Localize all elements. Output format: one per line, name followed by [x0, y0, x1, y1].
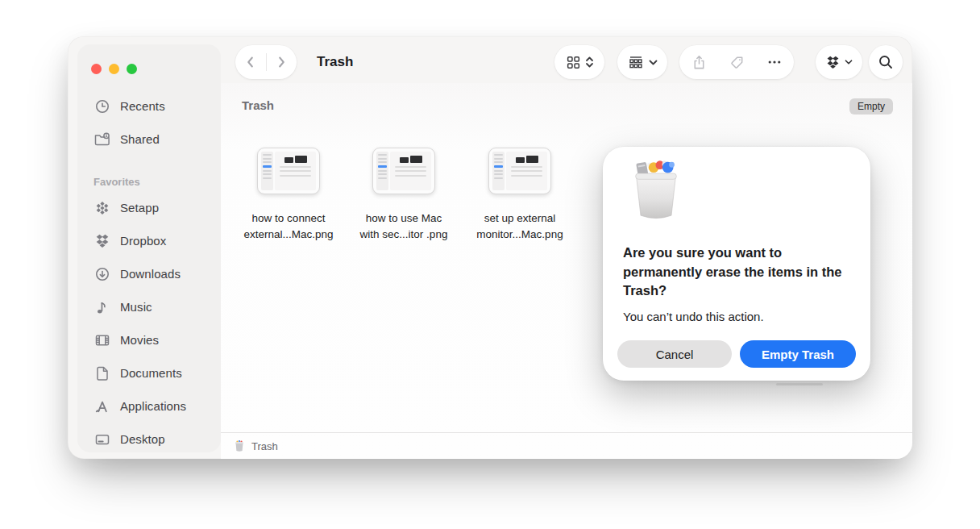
- share-icon: [691, 54, 707, 71]
- back-button[interactable]: [236, 45, 266, 79]
- cancel-button[interactable]: Cancel: [617, 340, 732, 368]
- file-name-line: how to use Mac: [366, 212, 442, 224]
- file-thumbnail: [372, 148, 435, 194]
- file-name: set up external monitor...Mac.png: [476, 210, 563, 243]
- sidebar-item-desktop[interactable]: Desktop: [77, 423, 221, 456]
- window-controls: [91, 64, 137, 74]
- movies-icon: [93, 331, 111, 349]
- search-button[interactable]: [869, 45, 903, 79]
- sidebar-item-documents[interactable]: Documents: [77, 356, 221, 389]
- more-button[interactable]: [756, 54, 794, 70]
- sidebar-item-label: Music: [120, 300, 152, 314]
- section-label: Favorites: [93, 176, 140, 188]
- sidebar-item-label: Movies: [120, 333, 159, 347]
- sidebar-item-label: Setapp: [120, 201, 159, 215]
- sidebar-item-applications[interactable]: Applications: [77, 389, 221, 423]
- clock-icon: [93, 98, 111, 115]
- dialog-title: Are you sure you want to permanently era…: [623, 244, 842, 301]
- dropbox-icon: [825, 55, 841, 70]
- action-buttons: [679, 45, 794, 79]
- downloads-icon: [93, 265, 111, 283]
- chevron-down-icon: [845, 59, 853, 65]
- back-icon: [242, 53, 260, 71]
- file-item[interactable]: set up external monitor...Mac.png: [463, 148, 577, 243]
- sidebar-item-dropbox[interactable]: Dropbox: [77, 224, 221, 257]
- setapp-icon: [93, 199, 111, 217]
- empty-trash-dialog: Are you sure you want to permanently era…: [603, 147, 870, 381]
- path-item-trash[interactable]: Trash: [251, 440, 278, 452]
- full-trash-icon: [621, 156, 691, 223]
- group-by-button[interactable]: [617, 45, 667, 79]
- tag-icon: [729, 55, 745, 70]
- dialog-message: You can’t undo this action.: [623, 310, 852, 323]
- tag-button[interactable]: [718, 55, 756, 70]
- sidebar-section-favorites: Favorites: [77, 167, 221, 191]
- file-thumbnail: [488, 148, 551, 194]
- content-title: Trash: [242, 98, 274, 112]
- sidebar-item-label: Shared: [120, 132, 160, 146]
- share-button[interactable]: [680, 54, 718, 71]
- desktop-icon: [93, 431, 111, 448]
- file-item[interactable]: how to use Mac with sec...itor .png: [347, 148, 461, 243]
- file-name: how to use Mac with sec...itor .png: [360, 210, 448, 243]
- finder-window: Recents Shared Favorites: [68, 36, 912, 459]
- path-bar: Trash: [221, 432, 912, 459]
- nav-buttons: [235, 45, 297, 79]
- sidebar-item-label: Documents: [120, 366, 182, 380]
- desktop-background: Recents Shared Favorites: [0, 0, 980, 529]
- dropbox-icon: [93, 232, 111, 250]
- chevron-up-down-icon: [585, 56, 594, 69]
- view-grid-icon: [566, 55, 581, 70]
- file-name-line: with sec...itor .png: [360, 228, 448, 240]
- sidebar-item-label: Downloads: [120, 267, 181, 281]
- sidebar-item-music[interactable]: Music: [77, 290, 221, 323]
- more-icon: [766, 54, 783, 70]
- applications-icon: [93, 398, 111, 415]
- forward-icon: [272, 53, 290, 71]
- music-icon: [93, 298, 111, 316]
- sidebar-item-downloads[interactable]: Downloads: [77, 257, 221, 290]
- documents-icon: [93, 364, 111, 382]
- sidebar-item-label: Recents: [120, 99, 165, 113]
- file-thumbnail: [257, 148, 320, 194]
- empty-trash-badge-button[interactable]: Empty: [849, 98, 893, 115]
- minimize-button[interactable]: [109, 64, 119, 74]
- chevron-down-icon: [649, 59, 658, 66]
- empty-trash-button[interactable]: Empty Trash: [740, 340, 856, 368]
- shared-folder-icon: [93, 131, 111, 148]
- file-name-line: monitor...Mac.png: [476, 228, 563, 240]
- file-item[interactable]: how to connect external...Mac.png: [231, 148, 346, 243]
- search-icon: [878, 54, 894, 70]
- sidebar-item-setapp[interactable]: Setapp: [77, 191, 221, 224]
- sidebar-item-movies[interactable]: Movies: [77, 323, 221, 356]
- trash-path-icon: [234, 439, 245, 452]
- dropbox-toolbar-button[interactable]: [816, 45, 862, 79]
- file-name: how to connect external...Mac.png: [243, 210, 333, 243]
- sidebar-nav: Recents Shared Favorites: [77, 90, 221, 456]
- sidebar-item-recents[interactable]: Recents: [77, 90, 221, 123]
- sidebar-item-label: Applications: [120, 399, 186, 413]
- zoom-button[interactable]: [127, 64, 137, 74]
- file-name-line: how to connect: [252, 212, 326, 224]
- sidebar-item-label: Dropbox: [120, 234, 166, 248]
- view-switcher-button[interactable]: [554, 45, 604, 79]
- window-title: Trash: [317, 54, 353, 70]
- file-name-line: external...Mac.png: [243, 228, 333, 240]
- file-name-line: set up external: [484, 212, 556, 224]
- group-icon: [628, 56, 644, 69]
- sidebar-item-label: Desktop: [120, 432, 165, 446]
- forward-button[interactable]: [267, 45, 297, 79]
- close-button[interactable]: [91, 64, 102, 74]
- sidebar: Recents Shared Favorites: [77, 44, 221, 452]
- sidebar-item-shared[interactable]: Shared: [77, 123, 221, 156]
- divider-line: [776, 383, 823, 385]
